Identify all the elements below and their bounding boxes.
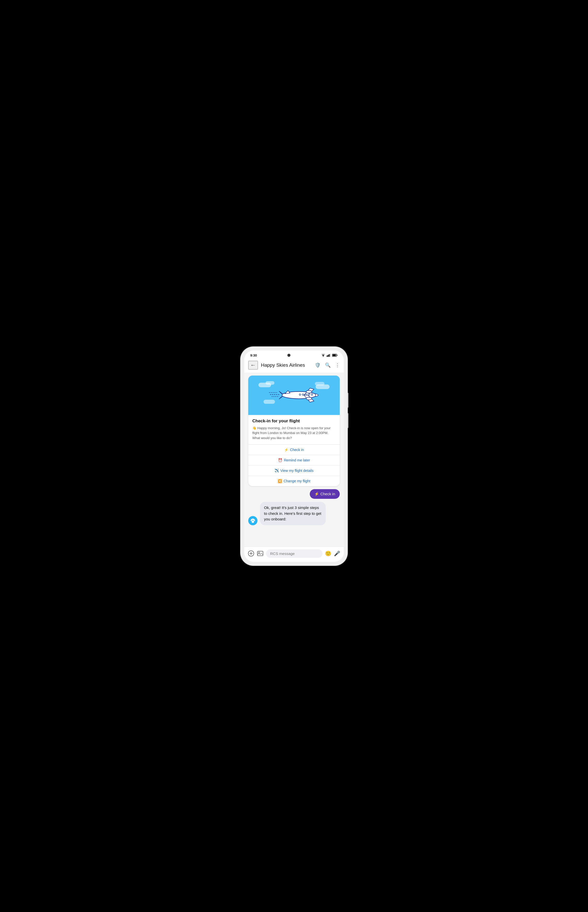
svg-rect-9: [337, 355, 338, 356]
svg-rect-5: [328, 355, 329, 357]
svg-point-19: [305, 394, 307, 395]
mic-button[interactable]: 🎤: [334, 550, 340, 557]
volume-down-button: [347, 413, 348, 428]
volume-up-button: [347, 392, 348, 408]
remind-later-button[interactable]: ⏰ Remind me later: [248, 455, 340, 465]
user-bubble-icon: ⚡: [314, 492, 320, 496]
battery-icon: [332, 354, 338, 357]
svg-point-17: [299, 394, 300, 395]
message-input[interactable]: [266, 549, 323, 558]
input-right-icons: 🙂 🎤: [325, 550, 340, 557]
input-bar: 🙂 🎤: [244, 547, 344, 562]
svg-point-16: [306, 397, 312, 400]
cloud-decoration: [315, 382, 325, 386]
wifi-icon: [321, 354, 326, 357]
alarm-icon: ⏰: [278, 458, 282, 462]
checkin-icon: ⚡: [284, 448, 288, 452]
search-icon[interactable]: 🔍: [325, 362, 331, 368]
agent-message-row: Ok, great! It's just 3 simple steps to c…: [247, 502, 341, 525]
card-title: Check-in for your flight: [252, 418, 336, 424]
card-image: [248, 376, 340, 415]
cloud-decoration: [265, 381, 275, 385]
svg-rect-10: [333, 354, 336, 356]
agent-bubble: Ok, great! It's just 3 simple steps to c…: [260, 502, 326, 525]
image-icon: [257, 550, 263, 557]
svg-point-21: [311, 394, 313, 395]
svg-rect-6: [329, 354, 330, 357]
status-time: 9:30: [250, 354, 257, 357]
checkin-label: Check in: [290, 448, 304, 452]
rich-card: Check-in for your flight 👋 Happy morning…: [248, 376, 340, 486]
svg-rect-27: [257, 551, 263, 556]
media-button[interactable]: [257, 550, 263, 557]
cloud-decoration: [263, 400, 275, 404]
svg-rect-7: [330, 354, 331, 357]
svg-point-15: [306, 390, 312, 393]
add-icon: [248, 550, 254, 557]
add-button[interactable]: [248, 550, 254, 557]
user-bubble-text: Check in: [320, 492, 335, 496]
change-flight-label: Change my flight: [284, 479, 310, 483]
view-flight-button[interactable]: ✈️ View my flight details: [248, 465, 340, 476]
status-icons: [321, 354, 338, 357]
top-bar-icons: 🛡️ 🔍 ⋮: [315, 362, 340, 368]
agent-bubble-text: Ok, great! It's just 3 simple steps to c…: [264, 505, 321, 521]
emoji-button[interactable]: 🙂: [325, 550, 331, 557]
view-flight-label: View my flight details: [280, 468, 313, 473]
status-bar: 9:30: [244, 350, 344, 359]
airplane-illustration: [266, 380, 322, 410]
agent-avatar: [248, 516, 257, 525]
svg-point-23: [252, 520, 254, 523]
user-message-row: ⚡ Check in: [247, 489, 341, 499]
svg-point-28: [258, 552, 260, 554]
svg-rect-4: [326, 355, 327, 357]
change-flight-button[interactable]: 🔀 Change my flight: [248, 476, 340, 486]
flight-icon: ✈️: [275, 468, 279, 473]
svg-marker-2: [321, 354, 326, 355]
svg-point-18: [302, 394, 304, 395]
check-in-button[interactable]: ⚡ Check in: [248, 444, 340, 455]
svg-point-3: [323, 356, 323, 357]
phone-screen: 9:30: [244, 350, 344, 562]
change-icon: 🔀: [278, 479, 282, 483]
avatar-icon: [248, 516, 257, 525]
remind-label: Remind me later: [284, 458, 310, 462]
top-bar: ← Happy Skies Airlines 🛡️ 🔍 ⋮: [244, 359, 344, 373]
shield-icon[interactable]: 🛡️: [315, 362, 320, 368]
signal-icon: [326, 354, 331, 357]
chat-area: Check-in for your flight 👋 Happy morning…: [244, 373, 344, 547]
back-button[interactable]: ←: [248, 361, 258, 370]
card-body: Check-in for your flight 👋 Happy morning…: [248, 415, 340, 445]
phone-device: 9:30: [241, 347, 347, 565]
svg-point-20: [308, 394, 310, 395]
user-bubble: ⚡ Check in: [310, 489, 340, 499]
page-title: Happy Skies Airlines: [261, 362, 312, 368]
camera-dot: [288, 354, 291, 357]
card-buttons: ⚡ Check in ⏰ Remind me later ✈️ View my …: [248, 444, 340, 486]
card-description: 👋 Happy morning, Jo! Check-in is now ope…: [252, 426, 336, 441]
more-options-icon[interactable]: ⋮: [335, 362, 340, 368]
